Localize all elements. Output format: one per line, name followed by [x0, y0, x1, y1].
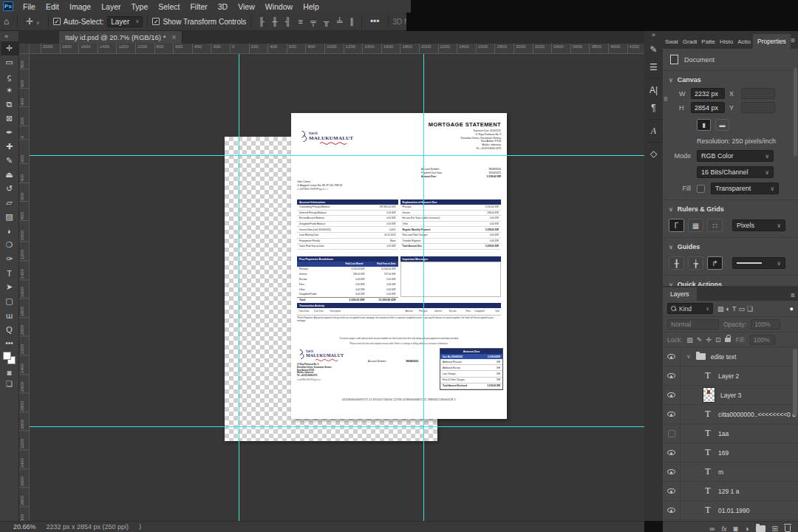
menu-item-select[interactable]: Select	[153, 1, 185, 13]
adjustment-layer-icon[interactable]: ◑	[745, 525, 749, 532]
new-group-icon[interactable]	[756, 525, 765, 532]
blur-tool[interactable]: ◗	[1, 224, 18, 238]
eye-icon[interactable]	[667, 469, 675, 474]
filter-toggle-icon[interactable]: ●	[790, 305, 794, 313]
eye-icon[interactable]	[667, 373, 675, 378]
lasso-tool[interactable]: ϛ	[1, 69, 18, 83]
properties-scrollbar[interactable]	[794, 68, 797, 157]
text-layer-thumbnail[interactable]: T	[703, 428, 713, 439]
path-select-tool[interactable]: ➤	[1, 280, 18, 294]
text-layer-thumbnail[interactable]: T	[703, 447, 713, 458]
guides-icon[interactable]: ╂	[669, 256, 684, 270]
eye-icon[interactable]	[667, 354, 675, 359]
guide-target-icon[interactable]: ↱	[707, 256, 723, 270]
text-layer-thumbnail[interactable]: T	[703, 466, 713, 477]
guides-section-header[interactable]: ∨Guides	[663, 237, 798, 253]
bit-depth-dropdown[interactable]: 16 Bits/Channel∨	[697, 166, 774, 178]
menu-item-window[interactable]: Window	[260, 1, 298, 13]
horizontal-guide[interactable]	[30, 155, 644, 156]
image-layer-thumbnail[interactable]	[703, 387, 715, 403]
eye-icon[interactable]	[667, 392, 675, 398]
rulers-icon[interactable]: Γ	[669, 219, 684, 232]
layer-row[interactable]: Tm	[663, 463, 798, 482]
pen-tool[interactable]: ✑	[1, 252, 18, 266]
menu-item-edit[interactable]: Edit	[41, 1, 64, 13]
link-dimensions-icon[interactable]: 8	[663, 86, 669, 115]
delete-layer-icon[interactable]	[785, 525, 791, 532]
layers-tab[interactable]: Layers	[663, 287, 697, 301]
layer-row[interactable]: T169	[663, 443, 798, 463]
layer-row[interactable]: Layer 3	[663, 386, 798, 405]
clone-stamp-tool[interactable]: ⏏	[1, 168, 18, 182]
filter-adjustment-layers-icon[interactable]: ◐	[726, 305, 730, 313]
vertical-guide[interactable]	[239, 54, 239, 521]
layer-row[interactable]: T129 1 a	[663, 482, 798, 501]
more-options-icon[interactable]: •••	[366, 16, 383, 27]
lock-artboard-icon[interactable]: ⊡	[715, 336, 721, 344]
lock-all-icon[interactable]	[725, 338, 731, 342]
link-layers-icon[interactable]: ∞	[709, 525, 715, 532]
layer-visibility-cell[interactable]	[663, 366, 681, 385]
text-layer-thumbnail[interactable]: T	[703, 505, 713, 516]
eye-icon[interactable]	[667, 488, 675, 494]
layer-row[interactable]: ∨edite text	[663, 347, 798, 366]
3d-panel-icon[interactable]: ◇	[644, 145, 663, 163]
expand-panels-icon[interactable]: »	[652, 31, 655, 41]
ruler-units-dropdown[interactable]: Pixels∨	[732, 219, 785, 231]
text-layer-thumbnail[interactable]: T	[703, 370, 713, 381]
document-tab[interactable]: Italy id.psd @ 20.7% (RGB/16) * ×	[59, 31, 183, 44]
filter-smart-objects-icon[interactable]: ❏	[747, 305, 753, 313]
eye-icon[interactable]	[667, 508, 675, 513]
auto-select-checkbox[interactable]: ✓	[53, 18, 61, 25]
quick-selection-tool[interactable]: ✶	[1, 83, 18, 98]
canvas-area[interactable]: bank MALUKUMALUT MORTGAGE STATEMENT Stat…	[30, 54, 644, 521]
grid-icon[interactable]: ▦	[688, 219, 703, 232]
menu-item-help[interactable]: Help	[298, 1, 324, 13]
frame-tool[interactable]: ⊠	[1, 112, 18, 126]
layer-mask-icon[interactable]: ◙	[734, 525, 738, 532]
horizontal-guide[interactable]	[30, 426, 644, 427]
type-tool[interactable]: T	[1, 266, 18, 280]
rulers-grids-section-header[interactable]: ∨Rulers & Grids	[663, 200, 798, 216]
menu-item-3d[interactable]: 3D	[213, 1, 233, 13]
layer-row[interactable]: Tcitta0000000..<<<<<<<<0 d	[663, 405, 798, 424]
character-panel-icon[interactable]: A|	[644, 81, 663, 99]
healing-brush-tool[interactable]: ✚	[1, 140, 18, 154]
align-right-edges-icon[interactable]: ╢	[282, 17, 294, 26]
show-transform-checkbox[interactable]: ✓	[152, 18, 160, 25]
layer-row[interactable]: T1aa	[663, 424, 798, 443]
paragraph-panel-icon[interactable]: ¶	[644, 99, 663, 117]
layer-visibility-cell[interactable]	[663, 463, 681, 481]
distribute-left-icon[interactable]: ╤	[307, 17, 319, 26]
menu-item-filter[interactable]: Filter	[185, 1, 212, 13]
panel-tab-histo[interactable]: Histo	[717, 35, 735, 49]
layer-style-icon[interactable]: fx	[722, 525, 727, 532]
fill-dropdown[interactable]: Transparent∨	[711, 183, 779, 194]
history-brush-tool[interactable]: ↺	[1, 182, 18, 196]
align-left-edges-icon[interactable]: ╟	[256, 17, 267, 26]
shape-tool[interactable]: ▢	[1, 294, 18, 308]
menu-item-layer[interactable]: Layer	[96, 1, 126, 13]
marquee-tool[interactable]: ▭	[1, 55, 18, 69]
move-tool[interactable]: ✛	[1, 41, 18, 55]
tab-close-icon[interactable]: ×	[171, 33, 176, 41]
layer-visibility-cell[interactable]	[663, 482, 681, 500]
edit-toolbar-icon[interactable]: •••	[5, 339, 13, 347]
brushes-icon[interactable]: ☰	[644, 58, 663, 76]
panel-tab-actio[interactable]: Actio	[735, 35, 753, 49]
brush-settings-icon[interactable]: ✎	[644, 41, 663, 58]
lock-pixels-icon[interactable]: ✎	[697, 336, 703, 344]
canvas-section-header[interactable]: ∨Canvas	[663, 71, 798, 86]
guide-style-dropdown[interactable]: ∨	[732, 257, 785, 269]
eye-icon[interactable]	[667, 412, 675, 417]
layer-visibility-cell[interactable]	[663, 386, 681, 404]
move-tool-icon[interactable]: ✛ ∨	[22, 16, 44, 27]
layer-visibility-cell[interactable]	[663, 501, 681, 519]
menu-item-file[interactable]: File	[18, 1, 41, 13]
layers-panel-menu-icon[interactable]: ≡	[791, 291, 795, 299]
pixel-grid-icon[interactable]: ∷	[707, 219, 723, 232]
menu-item-image[interactable]: Image	[64, 1, 96, 13]
text-layer-thumbnail[interactable]: T	[703, 485, 713, 497]
lock-transparent-icon[interactable]: ▨	[686, 336, 693, 344]
zoom-tool[interactable]: Q	[1, 322, 18, 336]
